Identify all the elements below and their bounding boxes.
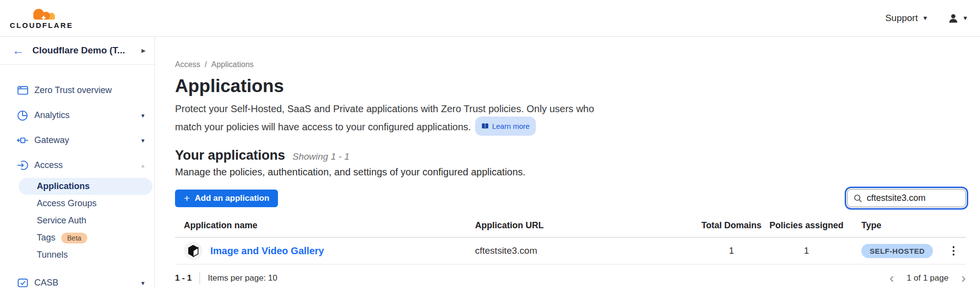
page-title: Applications: [175, 75, 966, 97]
section-title: Your applications: [175, 148, 285, 163]
col-total-domains: Total Domains: [696, 220, 767, 231]
chevron-down-icon: ▼: [962, 15, 968, 21]
total-domains-value: 1: [696, 245, 767, 256]
breadcrumb: Access / Applications: [175, 37, 966, 69]
main-content: Access / Applications Applications Prote…: [155, 37, 980, 288]
chevron-right-icon[interactable]: ▶: [142, 48, 146, 54]
col-policies-assigned: Policies assigned: [767, 220, 846, 231]
applications-table: Application name Application URL Total D…: [175, 220, 966, 264]
sidebar-item-label: CASB: [34, 278, 58, 288]
back-arrow-icon[interactable]: ←: [12, 45, 24, 56]
learn-more-label: Learn more: [492, 119, 530, 134]
page-description: Protect your Self-Hosted, SaaS and Priva…: [175, 101, 606, 136]
beta-badge: Beta: [61, 233, 87, 243]
chevron-down-icon[interactable]: ▼: [140, 138, 146, 144]
topbar: CLOUDFLARE Support ▼ ▼: [0, 0, 980, 37]
section-subtitle: Manage the policies, authentication, and…: [175, 167, 966, 178]
sidebar-item-gateway[interactable]: Gateway ▼: [0, 128, 154, 153]
chevron-right-icon[interactable]: ›: [961, 271, 966, 285]
sidebar-item-label: Applications: [37, 181, 90, 192]
user-icon: [948, 13, 959, 24]
sidebar-item-access-groups[interactable]: Access Groups: [0, 195, 154, 212]
divider: [200, 272, 200, 284]
plus-icon: +: [184, 193, 190, 203]
breadcrumb-access[interactable]: Access: [175, 60, 201, 69]
sidebar: ← Cloudflare Demo (T... ▶ Zero Trust ove…: [0, 37, 155, 288]
support-menu[interactable]: Support ▼: [885, 13, 928, 24]
search-box[interactable]: [847, 189, 966, 207]
sidebar-item-label: Zero Trust overview: [34, 85, 112, 96]
sidebar-item-casb[interactable]: CASB ▼: [0, 270, 154, 288]
sidebar-item-zero-trust-overview[interactable]: Zero Trust overview: [0, 78, 154, 103]
book-icon: [481, 123, 489, 129]
items-per-page[interactable]: Items per page: 10: [208, 273, 277, 283]
breadcrumb-separator: /: [205, 60, 207, 69]
sidebar-item-service-auth[interactable]: Service Auth: [0, 212, 154, 229]
kebab-menu-icon[interactable]: ⋮: [948, 245, 959, 256]
gateway-icon: [16, 134, 29, 147]
account-name: Cloudflare Demo (T...: [32, 45, 125, 56]
account-switcher[interactable]: ← Cloudflare Demo (T... ▶: [0, 37, 154, 65]
chevron-left-icon[interactable]: ‹: [889, 271, 894, 285]
sidebar-item-analytics[interactable]: Analytics ▼: [0, 103, 154, 128]
chevron-down-icon[interactable]: ▼: [140, 280, 146, 286]
sidebar-item-access[interactable]: Access ▲: [0, 153, 154, 178]
cloudflare-logo[interactable]: CLOUDFLARE: [10, 7, 73, 29]
sidebar-item-label: Access: [34, 160, 63, 170]
chevron-down-icon[interactable]: ▼: [140, 113, 146, 119]
table-header-row: Application name Application URL Total D…: [175, 220, 966, 238]
access-login-icon: [16, 159, 29, 172]
table-row: Image and Video Gallery cftestsite3.com …: [175, 238, 966, 264]
add-application-label: Add an application: [195, 193, 269, 203]
casb-check-icon: [16, 277, 29, 288]
pagination: 1 - 1 Items per page: 10 ‹ 1 of 1 page ›: [175, 264, 966, 288]
type-badge: SELF-HOSTED: [861, 244, 933, 258]
col-application-name: Application name: [184, 220, 475, 231]
sidebar-item-tunnels[interactable]: Tunnels: [0, 246, 154, 264]
sidebar-item-label: Analytics: [34, 110, 70, 120]
policies-assigned-value: 1: [767, 245, 846, 256]
add-application-button[interactable]: + Add an application: [175, 190, 278, 207]
app-cube-icon: [184, 241, 202, 260]
search-icon: [854, 194, 862, 203]
sidebar-item-label: Gateway: [34, 135, 69, 145]
col-type: Type: [846, 220, 944, 231]
application-link[interactable]: Image and Video Gallery: [210, 245, 324, 257]
col-application-url: Application URL: [475, 220, 696, 231]
sidebar-item-label: Access Groups: [37, 198, 97, 209]
breadcrumb-applications[interactable]: Applications: [211, 60, 253, 69]
chevron-down-icon: ▼: [922, 15, 928, 21]
application-url: cftestsite3.com: [475, 245, 696, 256]
support-label: Support: [885, 13, 918, 24]
account-menu[interactable]: ▼: [948, 13, 968, 24]
sidebar-item-label: Tags: [37, 233, 55, 243]
learn-more-button[interactable]: Learn more: [475, 117, 536, 136]
chevron-up-icon[interactable]: ▲: [140, 163, 146, 168]
page-indicator: 1 of 1 page: [907, 273, 949, 283]
analytics-pie-icon: [16, 109, 29, 122]
sidebar-item-applications[interactable]: Applications: [19, 178, 152, 195]
sidebar-item-label: Tunnels: [37, 250, 68, 260]
cloudflare-cloud-icon: [25, 7, 58, 21]
showing-count: Showing 1 - 1: [293, 151, 350, 162]
search-input[interactable]: [867, 193, 960, 203]
sidebar-item-tags[interactable]: Tags Beta: [0, 229, 154, 246]
overview-window-icon: [16, 84, 29, 97]
sidebar-item-label: Service Auth: [37, 216, 86, 226]
pagination-range: 1 - 1: [175, 273, 192, 283]
cloudflare-logo-text: CLOUDFLARE: [10, 21, 73, 29]
